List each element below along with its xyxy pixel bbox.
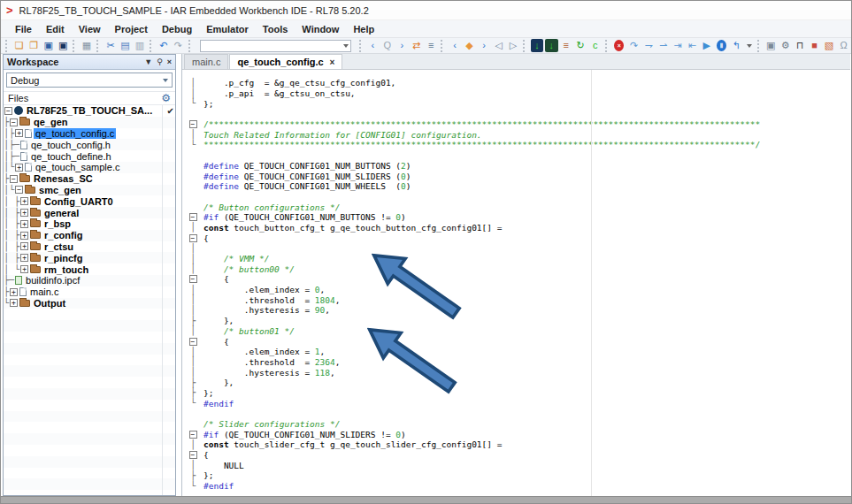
tree-row-output[interactable]: └+Output <box>4 298 175 309</box>
fold-gutter[interactable]: │ <box>182 79 203 88</box>
tree-row-main-c[interactable]: ├+main.c <box>4 286 175 298</box>
step-into-icon[interactable]: ⇁ <box>642 39 655 52</box>
next-doc-icon[interactable]: ▷ <box>507 39 519 52</box>
tree-row-rl78f25-tb-touch-sa-[interactable]: −RL78F25_TB_TOUCH_SA...✔ <box>4 105 175 117</box>
tab-qe-touch-config-c[interactable]: qe_touch_config.c× <box>229 54 342 69</box>
bookmark-icon[interactable]: ◆ <box>463 39 475 52</box>
fold-gutter[interactable]: │ <box>182 286 203 294</box>
fold-collapse-icon[interactable]: − <box>189 338 197 346</box>
fold-collapse-icon[interactable]: − <box>189 120 197 128</box>
fold-collapse-icon[interactable]: − <box>189 451 197 459</box>
menu-window[interactable]: Window <box>295 22 346 36</box>
next-bookmark-icon[interactable]: › <box>478 39 490 52</box>
fold-gutter[interactable]: │ <box>182 223 203 232</box>
fold-collapse-icon[interactable]: − <box>189 213 197 221</box>
fold-gutter[interactable]: − <box>182 234 203 242</box>
tree-row-qe-touch-config-h[interactable]: │├─qe_touch_config.h <box>4 139 175 150</box>
fold-gutter[interactable]: − <box>182 338 203 346</box>
expand-icon[interactable]: + <box>20 209 28 217</box>
fold-gutter[interactable]: │ <box>182 295 203 304</box>
step-out-icon[interactable]: ⇀ <box>656 39 669 52</box>
run-to-cursor-icon[interactable]: ⇤ <box>686 39 698 52</box>
go-icon[interactable]: ▶ <box>701 39 713 52</box>
prev-doc-icon[interactable]: ◁ <box>492 39 504 52</box>
collapse-icon[interactable]: − <box>15 186 23 194</box>
stop-trace-icon[interactable]: ■ <box>808 39 820 52</box>
tree-row-rm-touch[interactable]: │ └+rm_touch <box>4 263 175 275</box>
expand-icon[interactable]: + <box>15 164 23 172</box>
open-file-icon[interactable]: ❐ <box>27 39 40 52</box>
fold-gutter[interactable]: │ <box>182 357 203 366</box>
fold-gutter[interactable]: │ <box>182 326 203 335</box>
configuration-select[interactable]: Debug <box>6 73 173 88</box>
fold-gutter[interactable]: − <box>182 275 203 283</box>
cut-icon[interactable]: ✂ <box>104 39 117 52</box>
fold-gutter[interactable]: − <box>182 431 203 439</box>
code-area[interactable]: │ .p_cfg = &g_qe_ctsu_cfg_config01,│ .p_… <box>182 70 850 496</box>
expand-icon[interactable]: + <box>20 220 28 228</box>
function-list-icon[interactable]: ≡ <box>425 39 437 52</box>
fold-gutter[interactable]: │ <box>182 244 203 253</box>
tree-row-r-ctsu[interactable]: │ ├+r_ctsu <box>4 241 175 253</box>
make-icon[interactable]: ↻ <box>574 39 587 52</box>
timeline-icon[interactable]: ⊓ <box>794 39 806 52</box>
trace-icon[interactable]: Ω <box>837 39 849 52</box>
fold-gutter[interactable]: └ <box>182 399 203 408</box>
menu-file[interactable]: File <box>8 22 39 36</box>
menu-debug[interactable]: Debug <box>155 22 199 36</box>
collapse-icon[interactable]: − <box>4 107 12 115</box>
fold-gutter[interactable]: │ <box>182 306 203 315</box>
save-icon[interactable]: ▣ <box>42 39 54 52</box>
save-all-icon[interactable]: ▣ <box>57 39 69 52</box>
undo-icon[interactable]: ↶ <box>157 39 170 52</box>
menu-help[interactable]: Help <box>346 22 381 36</box>
expand-icon[interactable]: + <box>10 288 18 296</box>
close-icon[interactable]: × <box>167 58 172 66</box>
fold-gutter[interactable]: │ <box>182 440 203 449</box>
paste-icon[interactable]: ▥ <box>134 39 146 52</box>
menu-emulator[interactable]: Emulator <box>199 22 256 36</box>
bottom-scroll-strip[interactable] <box>1 496 851 503</box>
stop-debug-icon[interactable]: × <box>614 40 624 51</box>
tree-row-qe-touch-define-h[interactable]: │├─qe_touch_define.h <box>4 150 175 162</box>
fold-gutter[interactable]: │ <box>182 368 203 377</box>
fold-gutter[interactable]: │ <box>182 255 203 263</box>
step-over-icon[interactable]: ↷ <box>627 39 640 52</box>
fold-gutter[interactable]: − <box>182 451 203 459</box>
tree-row-config-uart0[interactable]: │ ├+Config_UART0 <box>4 195 175 207</box>
fold-gutter[interactable]: └ <box>182 141 203 149</box>
redo-icon[interactable]: ↷ <box>172 39 184 52</box>
copy-icon[interactable]: ▤ <box>119 39 131 52</box>
expand-icon[interactable]: + <box>20 232 28 240</box>
tree-row-smc-gen[interactable]: │└−smc_gen <box>4 185 175 196</box>
collapse-icon[interactable]: − <box>10 175 18 183</box>
debug-without-download-icon[interactable]: ↓ <box>545 39 557 52</box>
tree-row-qe-gen[interactable]: ├−qe_gen <box>4 117 175 128</box>
tab-main-c[interactable]: main.c <box>184 54 228 69</box>
compile-icon[interactable]: c <box>588 39 601 52</box>
fold-gutter[interactable]: └ <box>182 99 203 108</box>
find-in-trace-icon[interactable]: ⚙ <box>779 39 792 52</box>
new-file-icon[interactable]: ❏ <box>13 39 26 52</box>
debug-log-icon[interactable]: ▣ <box>764 39 777 52</box>
fold-gutter[interactable]: │ <box>182 264 203 273</box>
tree-row-qe-touch-sample-c[interactable]: │└+qe_touch_sample.c <box>4 162 175 173</box>
fold-collapse-icon[interactable]: − <box>189 275 197 283</box>
fold-gutter[interactable]: │ <box>182 89 203 98</box>
fold-gutter[interactable]: │ <box>182 130 203 139</box>
next-statement-icon[interactable]: ⇥ <box>672 39 684 52</box>
tree-row-r-config[interactable]: │ ├+r_config <box>4 230 175 241</box>
menu-view[interactable]: View <box>72 22 108 36</box>
break-list-icon[interactable]: ≡ <box>560 39 572 52</box>
tree-row-r-pincfg[interactable]: │ ├+r_pincfg <box>4 252 175 263</box>
expand-icon[interactable]: + <box>20 254 28 262</box>
pin-icon[interactable]: ⚲ <box>157 58 163 66</box>
tree-row-renesas-sc[interactable]: ├−Renesas_SC <box>4 173 175 185</box>
gear-icon[interactable]: ⚙ <box>161 93 171 103</box>
fold-gutter[interactable]: ├ <box>182 378 203 387</box>
toggle-bookmark-icon[interactable]: ⇄ <box>411 39 423 52</box>
fold-collapse-icon[interactable]: − <box>189 234 197 242</box>
nav-back-icon[interactable]: ‹ <box>366 39 379 52</box>
dropdown-icon[interactable]: ▼ <box>144 58 152 66</box>
tree-row-buildinfo-ipcf[interactable]: ├─buildinfo.ipcf <box>4 275 175 286</box>
